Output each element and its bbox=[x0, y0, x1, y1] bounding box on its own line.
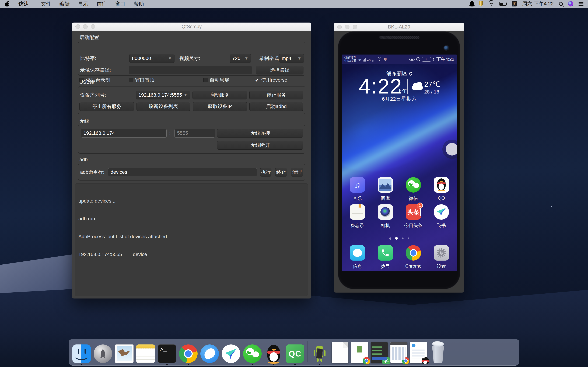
choose-path-button[interactable]: 选择路径 bbox=[256, 66, 303, 75]
app-wechat[interactable]: 微信 bbox=[400, 177, 426, 201]
dock-notes[interactable] bbox=[136, 344, 155, 363]
qq-icon[interactable] bbox=[470, 1, 474, 7]
adb-run-button[interactable]: 执行 bbox=[260, 168, 271, 176]
menu-finder[interactable]: 访达 bbox=[10, 0, 37, 8]
start-adbd-button[interactable]: 启动adbd bbox=[249, 102, 303, 111]
wifi-icon[interactable] bbox=[488, 1, 494, 7]
record-path-input[interactable] bbox=[129, 66, 252, 74]
dock-mail[interactable] bbox=[115, 344, 134, 363]
wireless-port-input[interactable]: 5555 bbox=[174, 129, 215, 138]
dock-finder[interactable] bbox=[72, 344, 91, 363]
log-line: update devices... bbox=[78, 198, 304, 204]
phone-front-camera bbox=[443, 45, 449, 51]
app-notes[interactable]: 备忘录 bbox=[344, 204, 371, 229]
serial-combobox[interactable]: 192.168.0.174:5555▼ bbox=[136, 91, 190, 100]
menu-edit[interactable]: 编辑 bbox=[55, 0, 74, 8]
app-label: 微信 bbox=[409, 195, 418, 201]
shield-icon[interactable] bbox=[479, 1, 483, 7]
adb-cmd-input[interactable]: devices bbox=[108, 168, 257, 176]
app-settings[interactable]: 设置 bbox=[428, 245, 454, 269]
adb-clear-button[interactable]: 清理 bbox=[291, 168, 303, 176]
battery-icon: 38 bbox=[422, 57, 431, 61]
app-feishu[interactable]: 飞书 bbox=[428, 204, 454, 229]
app-toutiao[interactable]: 头条 1 今日头条 bbox=[400, 204, 426, 229]
stop-all-services-button[interactable]: 停止所有服务 bbox=[79, 102, 134, 111]
app-chrome[interactable]: Chrome bbox=[400, 245, 426, 269]
app-camera[interactable]: 相机 bbox=[372, 204, 398, 229]
qtscrcpy-titlebar[interactable]: QtScrcpy bbox=[72, 23, 311, 31]
apple-menu-icon[interactable] bbox=[5, 1, 9, 7]
qq-penguin-icon bbox=[434, 177, 449, 192]
minimized-green-page[interactable] bbox=[351, 342, 368, 363]
app-label: Chrome bbox=[405, 263, 421, 269]
app-label: 设置 bbox=[437, 263, 446, 269]
adb-stop-button[interactable]: 终止 bbox=[275, 168, 287, 176]
weather-temperature: 27℃ bbox=[424, 80, 441, 89]
minimized-qq-chat[interactable] bbox=[410, 342, 427, 363]
app-music[interactable]: ♫ 音乐 bbox=[344, 177, 371, 201]
app-qq[interactable]: QQ bbox=[428, 177, 454, 201]
wireless-disconnect-button[interactable]: 无线断开 bbox=[217, 141, 303, 150]
app-messages[interactable]: 信息 bbox=[344, 245, 371, 269]
checkbox-auto-screen-off[interactable]: 自动息屏 bbox=[203, 77, 229, 83]
chrome-icon bbox=[179, 344, 198, 363]
record-path-label: 录像保存路径: bbox=[80, 66, 111, 75]
minimized-code-window[interactable]: QC bbox=[371, 342, 388, 363]
window-title: QtScrcpy bbox=[72, 24, 311, 29]
stop-service-button[interactable]: 停止服务 bbox=[249, 91, 303, 100]
menu-view[interactable]: 显示 bbox=[74, 0, 92, 8]
dock-chrome[interactable] bbox=[179, 344, 198, 363]
siri-icon[interactable] bbox=[568, 1, 573, 7]
log-line: AdbProcess::out:List of devices attached bbox=[78, 234, 304, 240]
checkbox-use-reverse[interactable]: ✔使用reverse bbox=[255, 77, 287, 83]
start-service-button[interactable]: 启动服务 bbox=[192, 91, 247, 100]
phone-titlebar[interactable]: BKL-AL20 bbox=[334, 23, 464, 31]
video-size-value: 720 bbox=[232, 56, 241, 61]
checkbox-window-topmost[interactable]: 窗口置顶 bbox=[129, 77, 155, 83]
notification-list-icon[interactable] bbox=[579, 1, 583, 7]
minimized-web-page[interactable] bbox=[390, 342, 407, 363]
wireless-ip-input[interactable]: 192.168.0.174 bbox=[81, 129, 167, 138]
dock-wechat[interactable] bbox=[243, 344, 262, 363]
dock-terminal[interactable]: >_ bbox=[158, 344, 176, 363]
menu-help[interactable]: 帮助 bbox=[130, 0, 148, 8]
menu-bar-clock[interactable]: 周六 下午4:22 bbox=[522, 0, 554, 7]
adb-log-output[interactable]: update devices... adb run AdbProcess::ou… bbox=[75, 184, 308, 296]
app-label: 今日头条 bbox=[404, 223, 423, 229]
messages-icon bbox=[350, 245, 365, 261]
menu-go[interactable]: 前往 bbox=[92, 0, 111, 8]
signal-bars-icon bbox=[363, 58, 366, 61]
dock-qq[interactable] bbox=[264, 344, 283, 363]
dock-separator bbox=[307, 341, 307, 362]
toutiao-icon: 头条 1 bbox=[406, 204, 421, 220]
chevron-down-icon: ▼ bbox=[168, 56, 172, 61]
chrome-icon bbox=[406, 245, 421, 261]
dock-paper-plane-app[interactable] bbox=[222, 344, 240, 363]
minimized-document[interactable] bbox=[332, 342, 348, 363]
menu-window[interactable]: 窗口 bbox=[111, 0, 130, 8]
phone-screen[interactable]: 优酷移动 中国联通 3G 4G ψ 38 下午4:22 bbox=[342, 55, 457, 271]
menu-file[interactable]: 文件 bbox=[37, 0, 55, 8]
pinyin-ime-icon[interactable]: 拼 bbox=[512, 1, 517, 7]
record-format-combobox[interactable]: mp4▼ bbox=[279, 54, 304, 63]
dock-qtscrcpy[interactable]: QC bbox=[286, 344, 304, 363]
search-icon[interactable] bbox=[559, 1, 563, 7]
trash-icon[interactable] bbox=[430, 342, 446, 363]
bulb-page-icon bbox=[389, 237, 391, 239]
app-dialer[interactable]: 拨号 bbox=[372, 245, 398, 269]
app-gallery[interactable]: 图库 bbox=[372, 177, 398, 201]
dialer-icon bbox=[378, 245, 393, 261]
battery-icon[interactable] bbox=[500, 1, 506, 7]
bitrate-combobox[interactable]: 8000000▼ bbox=[129, 54, 174, 63]
video-size-combobox[interactable]: 720▼ bbox=[230, 54, 251, 63]
wireless-connect-button[interactable]: 无线连接 bbox=[217, 129, 303, 138]
paper-plane-icon bbox=[222, 344, 240, 363]
refresh-device-list-button[interactable]: 刷新设备列表 bbox=[137, 102, 190, 111]
adb-cmd-label: adb命令行: bbox=[80, 168, 104, 176]
get-device-ip-button[interactable]: 获取设备IP bbox=[193, 102, 247, 111]
dock-seal-app[interactable] bbox=[200, 344, 219, 363]
dock-scrcpy-android[interactable] bbox=[310, 344, 329, 363]
phone-mirror-window: BKL-AL20 优酷移动 中国联通 3G 4G ψ bbox=[334, 23, 464, 292]
location-pin-icon bbox=[408, 71, 413, 76]
dock-launchpad[interactable] bbox=[94, 344, 112, 363]
